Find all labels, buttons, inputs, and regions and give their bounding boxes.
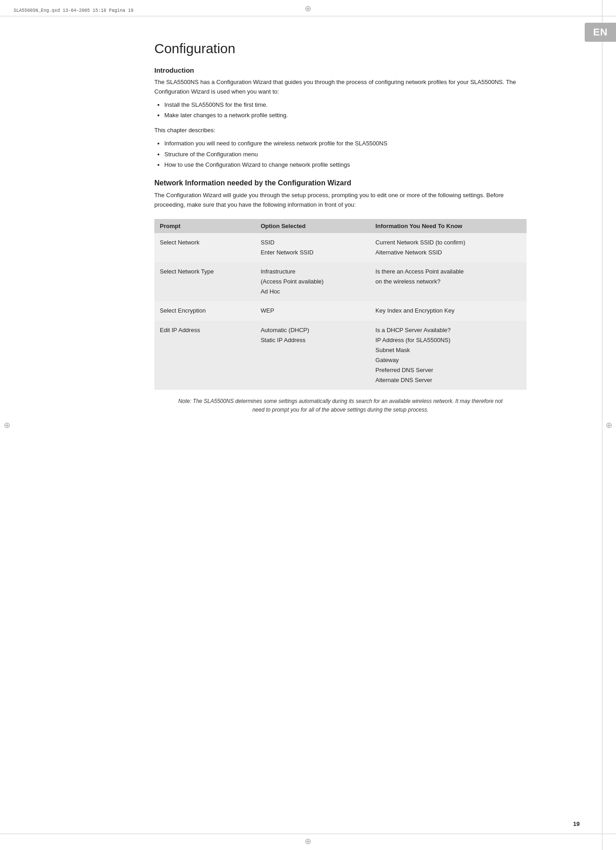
intro-bullets1: Install the SLA5500NS for the first time… [164,99,527,121]
intro-paragraph2: This chapter describes: [154,126,527,135]
bullet-item: Install the SLA5500NS for the first time… [164,99,527,110]
table-cell-prompt: Select Encryption [154,301,255,320]
intro-section: Introduction The SLA5500NS has a Configu… [154,66,527,170]
bullet-item: How to use the Configuration Wizard to c… [164,159,527,170]
right-border-line [602,0,602,850]
network-section: Network Information needed by the Config… [154,179,527,210]
note-text: Note: The SLA5500NS determines some sett… [154,397,527,414]
table-cell-prompt: Select Network Type [154,262,255,301]
table-cell-info: Is there an Access Point available on th… [370,262,527,301]
intro-bullets2: Information you will need to configure t… [164,138,527,170]
info-table: Prompt Option Selected Information You N… [154,219,527,390]
table-cell-prompt: Select Network [154,233,255,262]
cross-top-center: ⊕ [305,4,311,14]
intro-paragraph1: The SLA5500NS has a Configuration Wizard… [154,78,527,97]
col-header-option: Option Selected [255,219,370,233]
bullet-item: Information you will need to configure t… [164,138,527,149]
table-cell-info: Is a DHCP Server Available? IP Address (… [370,321,527,390]
table-row: Select Network TypeInfrastructure (Acces… [154,262,527,301]
table-row: Select EncryptionWEPKey Index and Encryp… [154,301,527,320]
page-number: 19 [573,820,580,827]
en-badge: EN [585,23,616,42]
cross-bottom-center: ⊕ [305,836,311,846]
table-cell-options: Infrastructure (Access Point available) … [255,262,370,301]
file-header: SLA5500SN_Eng.qxd 13-04-2005 15:18 Pagin… [14,8,133,13]
cross-left-center: ⊕ [4,420,10,430]
table-cell-info: Key Index and Encryption Key [370,301,527,320]
col-header-info: Information You Need To Know [370,219,527,233]
top-border-line [0,16,616,16]
table-cell-options: WEP [255,301,370,320]
page-container: ⊕ ⊕ ⊕ ⊕ SLA5500SN_Eng.qxd 13-04-2005 15:… [0,0,616,850]
bullet-item: Structure of the Configuration menu [164,149,527,159]
col-header-prompt: Prompt [154,219,255,233]
bullet-item: Make later changes to a network profile … [164,110,527,120]
bottom-border-line [0,834,616,834]
cross-right-center: ⊕ [606,420,612,430]
network-title: Network Information needed by the Config… [154,179,527,187]
table-header-row: Prompt Option Selected Information You N… [154,219,527,233]
table-row: Select NetworkSSID Enter Network SSIDCur… [154,233,527,262]
table-cell-info: Current Network SSID (to confirm) Altern… [370,233,527,262]
page-title: Configuration [154,41,527,56]
table-cell-options: SSID Enter Network SSID [255,233,370,262]
table-row: Edit IP AddressAutomatic (DHCP) Static I… [154,321,527,390]
table-cell-prompt: Edit IP Address [154,321,255,390]
main-content: Configuration Introduction The SLA5500NS… [154,41,527,414]
intro-title: Introduction [154,66,527,74]
network-paragraph: The Configuration Wizard will guide you … [154,191,527,210]
table-cell-options: Automatic (DHCP) Static IP Address [255,321,370,390]
